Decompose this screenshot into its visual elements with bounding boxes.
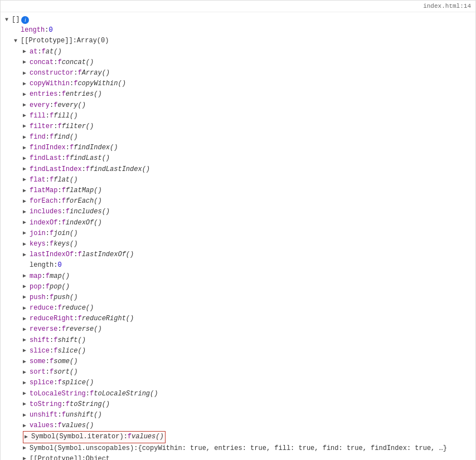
devtools-panel: index.html:14 [] i length : 0 [[Prototyp… — [0, 0, 476, 460]
list-item[interactable]: find : f find() — [5, 132, 471, 143]
content-area: [] i length : 0 [[Prototype]] : Array(0)… — [1, 12, 475, 460]
list-item[interactable]: copyWithin : f copyWithin() — [5, 79, 471, 89]
list-item[interactable]: pop : f pop() — [5, 282, 471, 292]
list-item[interactable]: map : f map() — [5, 271, 471, 282]
list-item[interactable]: flat : f flat() — [5, 175, 471, 185]
list-item[interactable]: toString : f toString() — [5, 399, 471, 410]
list-item[interactable]: every : f every() — [5, 100, 471, 111]
list-item[interactable]: [[Prototype]] : Object — [5, 454, 471, 460]
list-item[interactable]: join : f join() — [5, 228, 471, 239]
list-item[interactable]: entries : f entries() — [5, 89, 471, 100]
list-item[interactable]: includes : f includes() — [5, 207, 471, 217]
list-item[interactable]: reduceRight : f reduceRight() — [5, 314, 471, 324]
list-item[interactable]: push : f push() — [5, 292, 471, 303]
list-item[interactable]: reduce : f reduce() — [5, 303, 471, 314]
info-icon[interactable]: i — [21, 16, 29, 24]
item-toggle[interactable] — [23, 400, 30, 409]
item-toggle[interactable] — [23, 379, 30, 388]
root-toggle[interactable] — [5, 16, 12, 25]
list-item: length : 0 — [5, 25, 471, 36]
prototype-toggle[interactable] — [14, 37, 21, 46]
item-toggle[interactable] — [23, 422, 30, 430]
list-item[interactable]: lastIndexOf : f lastIndexOf() — [5, 249, 471, 260]
item-toggle[interactable] — [23, 187, 30, 195]
item-toggle[interactable] — [23, 336, 30, 345]
item-toggle[interactable] — [23, 315, 30, 324]
item-toggle[interactable] — [23, 80, 30, 89]
item-toggle[interactable] — [23, 197, 30, 206]
item-toggle[interactable] — [25, 433, 31, 442]
root-node[interactable]: [] i — [5, 14, 471, 25]
item-toggle[interactable] — [23, 144, 30, 153]
item-toggle[interactable] — [23, 444, 30, 453]
list-item[interactable]: unshift : f unshift() — [5, 410, 471, 420]
item-toggle[interactable] — [23, 368, 30, 377]
item-toggle[interactable] — [23, 454, 30, 460]
item-toggle[interactable] — [23, 293, 30, 302]
list-item[interactable]: toLocaleString : f toLocaleString() — [5, 389, 471, 399]
item-toggle[interactable] — [23, 325, 30, 334]
list-item[interactable]: some : f some() — [5, 356, 471, 367]
list-item[interactable]: findLast : f findLast() — [5, 153, 471, 164]
list-item[interactable]: slice : f slice() — [5, 346, 471, 356]
list-item[interactable]: flatMap : f flatMap() — [5, 185, 471, 196]
item-toggle[interactable] — [23, 272, 30, 281]
item-toggle[interactable] — [23, 69, 30, 78]
list-item[interactable]: [[Prototype]] : Array(0) — [5, 36, 471, 46]
symbol-iterator-row[interactable]: Symbol(Symbol.iterator) : f values() — [5, 431, 471, 443]
list-item[interactable]: sort : f sort() — [5, 367, 471, 378]
list-item[interactable]: at : f at() — [5, 47, 471, 57]
list-item[interactable]: fill : f fill() — [5, 111, 471, 121]
item-toggle[interactable] — [23, 111, 30, 120]
item-toggle[interactable] — [23, 251, 30, 260]
item-toggle[interactable] — [23, 90, 30, 99]
list-item[interactable]: keys : f keys() — [5, 239, 471, 249]
item-toggle[interactable] — [23, 133, 30, 142]
item-toggle[interactable] — [23, 101, 30, 110]
item-toggle[interactable] — [23, 47, 30, 56]
item-toggle[interactable] — [23, 358, 30, 366]
list-item[interactable]: indexOf : f indexOf() — [5, 218, 471, 228]
item-toggle[interactable] — [23, 240, 30, 249]
list-item[interactable]: forEach : f forEach() — [5, 196, 471, 207]
list-item[interactable]: findIndex : f findIndex() — [5, 143, 471, 153]
list-item[interactable]: concat : f concat() — [5, 57, 471, 68]
item-toggle[interactable] — [23, 229, 30, 238]
item-toggle[interactable] — [23, 58, 30, 67]
list-item[interactable]: values : f values() — [5, 420, 471, 431]
list-item[interactable]: splice : f splice() — [5, 378, 471, 388]
list-item[interactable]: constructor : f Array() — [5, 68, 471, 79]
item-toggle[interactable] — [23, 165, 30, 174]
root-label: [] — [12, 14, 20, 25]
list-item[interactable]: reverse : f reverse() — [5, 324, 471, 335]
item-toggle[interactable] — [23, 304, 30, 313]
item-toggle[interactable] — [23, 389, 30, 398]
item-toggle[interactable] — [23, 208, 30, 217]
item-toggle[interactable] — [23, 122, 30, 131]
item-toggle[interactable] — [23, 175, 30, 184]
list-item[interactable]: filter : f filter() — [5, 121, 471, 132]
list-item[interactable]: shift : f shift() — [5, 335, 471, 346]
top-bar: index.html:14 — [1, 1, 475, 12]
item-toggle[interactable] — [23, 154, 30, 163]
list-item: length : 0 — [5, 260, 471, 271]
item-toggle[interactable] — [23, 218, 30, 227]
file-location: index.html:14 — [423, 3, 471, 9]
item-toggle[interactable] — [23, 411, 30, 420]
list-item[interactable]: findLastIndex : f findLastIndex() — [5, 164, 471, 175]
item-toggle[interactable] — [23, 346, 30, 355]
list-item[interactable]: Symbol(Symbol.unscopables) : {copyWithin… — [5, 443, 471, 454]
item-toggle[interactable] — [23, 282, 30, 291]
